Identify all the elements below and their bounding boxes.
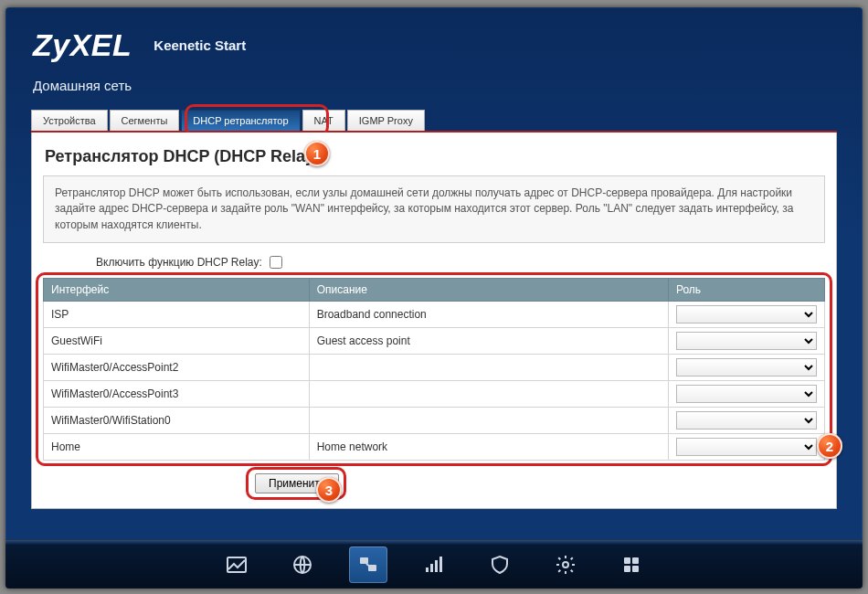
tab-dhcp-relay[interactable]: DHCP ретранслятор: [181, 110, 300, 131]
cell-role: [668, 328, 824, 355]
role-select[interactable]: [676, 385, 817, 403]
cell-description: Home network: [309, 434, 668, 461]
description-box: Ретранслятор DHCP может быть использован…: [43, 175, 825, 243]
enable-relay-checkbox[interactable]: [270, 256, 282, 269]
role-select[interactable]: [676, 411, 817, 430]
nav-chart-icon[interactable]: [217, 546, 256, 583]
svg-rect-11: [624, 566, 630, 572]
content-panel: Ретранслятор DHCP (DHCP Relay) Ретрансля…: [31, 133, 837, 509]
svg-rect-2: [360, 557, 368, 564]
interfaces-table: Интерфейс Описание Роль ISPBroadband con…: [43, 278, 825, 461]
svg-rect-12: [632, 566, 639, 572]
cell-interface: WifiMaster0/AccessPoint2: [44, 355, 310, 381]
col-interface: Интерфейс: [44, 279, 310, 302]
svg-rect-5: [430, 564, 433, 572]
page-title: Домашняя сеть: [33, 78, 835, 93]
svg-rect-4: [426, 567, 429, 572]
table-row: HomeHome network: [44, 434, 825, 461]
nav-globe-icon[interactable]: [283, 546, 322, 583]
cell-description: Broadband connection: [309, 302, 668, 328]
nav-apps-icon[interactable]: [612, 546, 651, 583]
table-row: WifiMaster0/WifiStation0: [44, 408, 825, 434]
svg-rect-10: [632, 557, 639, 564]
col-role: Роль: [668, 279, 824, 302]
svg-rect-0: [228, 557, 246, 572]
enable-relay-label: Включить функцию DHCP Relay:: [96, 256, 262, 269]
cell-description: [309, 381, 668, 408]
brand-logo: ZyXEL: [33, 27, 132, 63]
cell-interface: ISP: [44, 302, 310, 328]
role-select[interactable]: [676, 358, 817, 377]
model-name: Keenetic Start: [153, 37, 246, 53]
cell-role: [668, 434, 824, 461]
cell-interface: WifiMaster0/AccessPoint3: [44, 381, 310, 408]
table-row: GuestWiFiGuest access point: [44, 328, 825, 355]
cell-description: [309, 355, 668, 381]
cell-role: [668, 302, 824, 328]
bottom-nav: [5, 539, 863, 589]
svg-point-8: [563, 562, 568, 567]
col-description: Описание: [309, 279, 668, 302]
section-heading: Ретранслятор DHCP (DHCP Relay): [43, 143, 825, 175]
tab-devices[interactable]: Устройства: [31, 110, 108, 131]
cell-interface: WifiMaster0/WifiStation0: [44, 408, 310, 434]
apply-button[interactable]: Применить: [255, 473, 339, 493]
nav-monitors-icon[interactable]: [349, 546, 387, 583]
tab-segments[interactable]: Сегменты: [110, 110, 180, 131]
role-select[interactable]: [676, 305, 817, 324]
table-row: ISPBroadband connection: [44, 302, 825, 328]
table-row: WifiMaster0/AccessPoint2: [44, 355, 825, 381]
cell-role: [668, 408, 824, 434]
svg-rect-7: [439, 557, 442, 572]
cell-description: Guest access point: [309, 328, 668, 355]
nav-gear-icon[interactable]: [546, 546, 585, 583]
table-row: WifiMaster0/AccessPoint3: [44, 381, 825, 408]
nav-signal-icon[interactable]: [415, 546, 453, 583]
nav-shield-icon[interactable]: [481, 546, 519, 583]
cell-interface: GuestWiFi: [44, 328, 310, 355]
svg-rect-6: [435, 560, 438, 572]
role-select[interactable]: [676, 438, 817, 456]
role-select[interactable]: [676, 332, 817, 350]
cell-interface: Home: [44, 434, 310, 461]
cell-role: [668, 381, 824, 408]
svg-rect-9: [624, 557, 630, 564]
tab-igmp-proxy[interactable]: IGMP Proxy: [347, 110, 425, 131]
tabs-strip: Устройства Сегменты DHCP ретранслятор NA…: [31, 110, 837, 133]
cell-role: [668, 355, 824, 381]
cell-description: [309, 408, 668, 434]
tab-nat[interactable]: NAT: [302, 110, 345, 131]
